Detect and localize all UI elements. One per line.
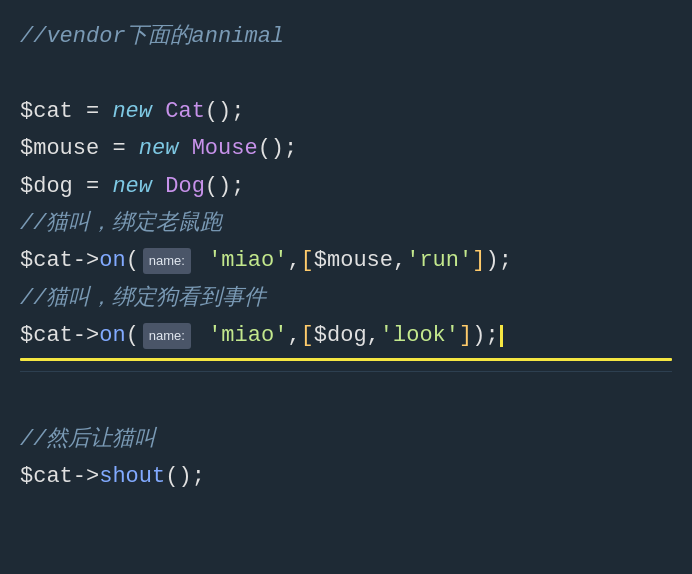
code-line-2: $mouse = new Mouse ();	[20, 130, 672, 167]
paren-2: ();	[258, 130, 298, 167]
method-on-2: on	[99, 317, 125, 354]
comment-text-1: //vendor下面的annimal	[20, 18, 284, 55]
kw-new-3: new	[112, 168, 152, 205]
paren-3: ();	[205, 168, 245, 205]
class-dog: Dog	[152, 168, 205, 205]
paren-4: (	[126, 242, 139, 279]
semicolon-1: ;	[485, 317, 498, 354]
string-miao-1: 'miao'	[195, 242, 287, 279]
comment-line-4: //然后让猫叫	[20, 421, 672, 458]
arrow-1: ->	[73, 242, 99, 279]
code-line-1: $cat = new Cat ();	[20, 93, 672, 130]
op-equals-2: =	[99, 130, 139, 167]
var-dog-ref: $dog	[314, 317, 367, 354]
var-mouse: $mouse	[20, 130, 99, 167]
paren-10: ();	[165, 458, 205, 495]
code-line-4: $cat -> on ( name: 'miao' , [ $mouse , '…	[20, 242, 672, 279]
empty-line-2	[20, 384, 672, 421]
method-on-1: on	[99, 242, 125, 279]
class-mouse: Mouse	[178, 130, 257, 167]
code-editor: //vendor下面的annimal $cat = new Cat (); $m…	[0, 0, 692, 574]
op-equals-1: =	[73, 93, 113, 130]
bracket-4: ]	[459, 317, 472, 354]
string-look: 'look'	[380, 317, 459, 354]
comment-line-3: //猫叫，绑定狗看到事件	[20, 280, 672, 317]
op-equals-3: =	[73, 168, 113, 205]
arrow-2: ->	[73, 317, 99, 354]
comma-1: ,	[393, 242, 406, 279]
arrow-3: ->	[73, 458, 99, 495]
paren-5: ,	[287, 242, 300, 279]
cursor	[500, 325, 503, 347]
var-dog: $dog	[20, 168, 73, 205]
comment-line-1: //vendor下面的annimal	[20, 18, 672, 55]
underline-highlight	[20, 358, 672, 361]
var-mouse-ref: $mouse	[314, 242, 393, 279]
comma-2: ,	[367, 317, 380, 354]
comment-line-2: //猫叫，绑定老鼠跑	[20, 205, 672, 242]
tooltip-badge-2: name:	[143, 323, 191, 349]
tooltip-badge-1: name:	[143, 248, 191, 274]
comment-text-3: //猫叫，绑定狗看到事件	[20, 280, 266, 317]
code-line-5-highlighted: $cat -> on ( name: 'miao' , [ $dog , 'lo…	[20, 317, 672, 358]
var-cat-2: $cat	[20, 242, 73, 279]
code-line-3: $dog = new Dog ();	[20, 168, 672, 205]
paren-7: (	[126, 317, 139, 354]
var-cat: $cat	[20, 93, 73, 130]
method-shout: shout	[99, 458, 165, 495]
bracket-1: [	[301, 242, 314, 279]
empty-line-1	[20, 55, 672, 92]
divider	[20, 371, 672, 372]
bracket-2: ]	[472, 242, 485, 279]
class-cat: Cat	[152, 93, 205, 130]
paren-6: );	[485, 242, 511, 279]
comment-text-4: //然后让猫叫	[20, 421, 156, 458]
var-cat-3: $cat	[20, 317, 73, 354]
string-run: 'run'	[406, 242, 472, 279]
bracket-3: [	[301, 317, 314, 354]
comment-text-2: //猫叫，绑定老鼠跑	[20, 205, 222, 242]
code-line-6: $cat -> shout ();	[20, 458, 672, 495]
var-cat-4: $cat	[20, 458, 73, 495]
paren-9: )	[472, 317, 485, 354]
string-miao-2: 'miao'	[195, 317, 287, 354]
paren-8: ,	[287, 317, 300, 354]
paren-1: ();	[205, 93, 245, 130]
kw-new-2: new	[139, 130, 179, 167]
kw-new-1: new	[112, 93, 152, 130]
